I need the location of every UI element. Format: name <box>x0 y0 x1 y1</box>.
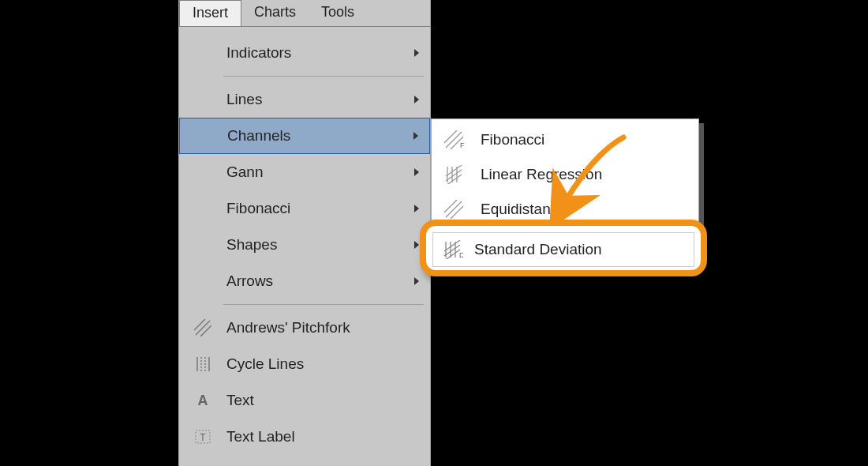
menu-label: Indicators <box>226 44 291 62</box>
svg-line-19 <box>446 201 462 217</box>
menu-label: Lines <box>226 91 262 108</box>
chevron-right-icon <box>414 96 419 103</box>
menu-andrews-pitchfork[interactable]: Andrews' Pitchfork <box>179 310 430 346</box>
menu-label: Text Label <box>226 428 295 445</box>
submenu-label: Linear Regression <box>481 166 602 183</box>
menu-channels[interactable]: Channels <box>179 118 430 154</box>
menu-arrows[interactable]: Arrows <box>179 263 430 299</box>
svg-line-23 <box>444 240 460 251</box>
separator <box>223 304 424 305</box>
tab-tools[interactable]: Tools <box>309 0 367 26</box>
svg-line-10 <box>444 130 457 143</box>
menu-label: Andrews' Pitchfork <box>226 319 350 336</box>
menu-cycle-lines[interactable]: Cycle Lines <box>179 346 430 382</box>
svg-line-22 <box>444 245 460 256</box>
menubar: Insert Charts Tools <box>179 0 430 27</box>
submenu-standard-deviation[interactable]: D Standard Deviation <box>432 232 694 267</box>
svg-line-9 <box>446 132 462 148</box>
svg-line-21 <box>451 206 463 219</box>
insert-dropdown: Indicators Lines Channels Gann Fibonacci… <box>179 27 430 455</box>
chevron-right-icon <box>414 205 419 212</box>
menu-label: Channels <box>227 127 290 145</box>
menu-shapes[interactable]: Shapes <box>179 227 430 263</box>
menu-fibonacci[interactable]: Fibonacci <box>179 190 430 227</box>
menu-lines[interactable]: Lines <box>179 81 430 118</box>
chevron-right-icon <box>414 168 419 176</box>
channels-submenu: F Fibonacci Linear Regression Equidistan… <box>431 118 699 231</box>
menu-text[interactable]: A Text <box>179 382 430 419</box>
svg-line-0 <box>196 321 210 335</box>
letter-a-icon: A <box>192 389 214 412</box>
menu-text-label[interactable]: T Text Label <box>179 419 430 455</box>
hatch-f-icon: F <box>441 128 468 152</box>
menu-label: Arrows <box>226 272 273 290</box>
submenu-label: Standard Deviation <box>474 241 602 258</box>
hatch-d-icon: D <box>440 238 466 261</box>
svg-line-20 <box>444 200 457 212</box>
submenu-fibonacci[interactable]: F Fibonacci <box>432 122 698 157</box>
tab-insert[interactable]: Insert <box>179 0 241 26</box>
submenu-label: Fibonacci <box>481 131 544 148</box>
svg-line-2 <box>200 325 211 336</box>
submenu-linear-regression[interactable]: Linear Regression <box>432 157 698 192</box>
chevron-right-icon <box>414 49 419 57</box>
chevron-right-icon <box>414 241 419 249</box>
svg-text:T: T <box>200 432 206 443</box>
hatch-r-icon <box>441 163 468 186</box>
vlines-icon <box>192 353 214 375</box>
chevron-right-icon <box>414 277 419 285</box>
chevron-right-icon <box>413 132 418 140</box>
menu-label: Shapes <box>226 236 277 254</box>
separator <box>223 76 424 77</box>
hatch-e-icon <box>441 197 468 221</box>
tab-charts[interactable]: Charts <box>241 0 309 26</box>
svg-line-13 <box>446 170 462 181</box>
svg-line-1 <box>194 319 205 330</box>
svg-line-14 <box>446 165 462 176</box>
hatch-icon <box>192 317 214 339</box>
text-box-icon: T <box>192 426 214 448</box>
svg-text:D: D <box>459 251 463 259</box>
submenu-label: Equidistant <box>481 201 555 218</box>
menu-label: Text <box>226 392 254 409</box>
menu-label: Fibonacci <box>226 200 290 217</box>
menu-gann[interactable]: Gann <box>179 154 430 190</box>
svg-text:F: F <box>460 141 465 149</box>
menu-label: Gann <box>226 163 263 181</box>
submenu-equidistant[interactable]: Equidistant <box>432 192 698 227</box>
menu-label: Cycle Lines <box>226 355 304 373</box>
menu-indicators[interactable]: Indicators <box>179 35 430 71</box>
